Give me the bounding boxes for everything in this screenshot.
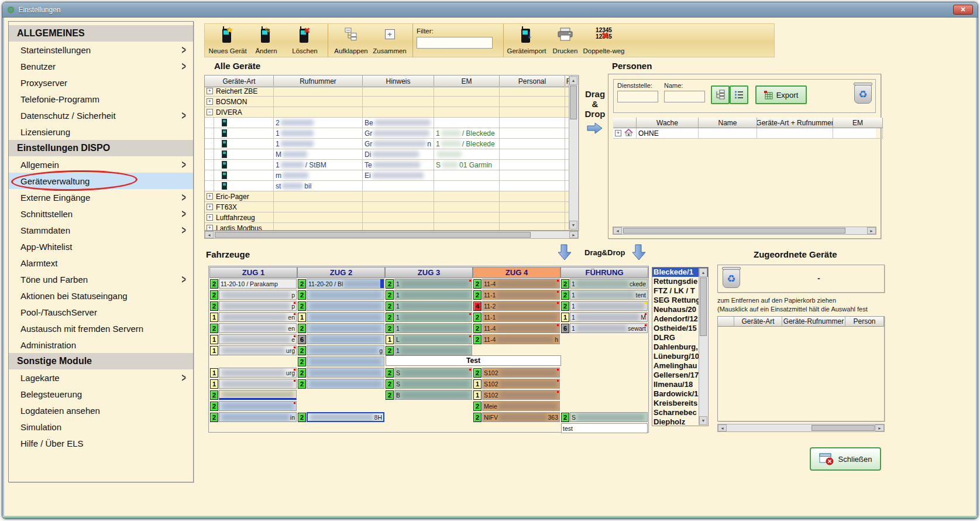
fahrzeug-cell[interactable]: 1	[209, 378, 297, 389]
fahrzeug-cell[interactable]: 1S102	[473, 378, 561, 389]
tree-toggle-icon[interactable]: −	[207, 109, 213, 115]
fahrzeug-cell[interactable]: 1urg	[209, 367, 297, 378]
sidebar-item-proxyserver[interactable]: Proxyserver	[9, 74, 193, 91]
fahrzeug-cell[interactable]: 1e	[209, 334, 297, 345]
tree-toggle-icon[interactable]: +	[207, 204, 213, 210]
devices-hscrollbar[interactable]: ◄►	[204, 231, 579, 239]
fahrzeug-cell[interactable]: test	[561, 423, 648, 434]
sidebar-item-austausch-mit-fremden-servern[interactable]: Austausch mit fremden Servern	[9, 320, 193, 337]
sidebar-item-datenschutz-sicherheit[interactable]: Datenschutz / Sicherheit>	[9, 107, 193, 124]
devices-column-header[interactable]: Hinweis	[363, 76, 434, 87]
fahrzeug-cell[interactable]: 28H	[297, 412, 385, 423]
fahrzeug-cell[interactable]: 1en	[209, 311, 297, 323]
close-window-button[interactable]: Schließen	[810, 447, 881, 471]
tree-toggle-icon[interactable]: +	[207, 98, 213, 105]
sidebar-item-administration[interactable]: Administration	[9, 337, 193, 353]
fahrzeug-cell[interactable]: 211-1	[473, 311, 561, 323]
personen-column-header[interactable]	[613, 118, 637, 128]
fahrzeug-cell[interactable]: 2B	[385, 389, 473, 400]
test-separator[interactable]: Test	[386, 355, 561, 366]
sidebar-item-ger-teverwaltung[interactable]: Geräteverwaltung	[9, 173, 193, 189]
sidebar-item-allgemein[interactable]: Allgemein>	[9, 156, 193, 173]
sidebar-item-lizensierung[interactable]: Lizensierung	[9, 124, 193, 140]
device-group-row[interactable]: +Reichert ZBE	[205, 86, 578, 97]
fahrzeug-cell[interactable]: 2g	[297, 345, 385, 356]
devices-column-header[interactable]: Geräte-Art	[205, 76, 274, 87]
tree-toggle-icon[interactable]: +	[207, 225, 213, 231]
geraeteimport-button[interactable]: ↓Geräteimport	[507, 26, 546, 56]
personen-column-header[interactable]: EM	[833, 118, 883, 128]
sidebar-item-telefonie-programm[interactable]: Telefonie-Programm	[9, 91, 193, 107]
sidebar-item-app-whitelist[interactable]: App-Whitelist	[9, 238, 193, 255]
sidebar-item-logdateien-ansehen[interactable]: Logdateien ansehen	[9, 402, 193, 419]
sidebar-item-simulation[interactable]: Simulation	[9, 419, 193, 435]
sidebar-item-externe-eing-nge[interactable]: Externe Eingänge>	[9, 189, 193, 205]
fahrzeug-cell[interactable]: 211-4h	[473, 334, 561, 345]
sidebar-item-t-ne-und-farben[interactable]: Töne und Farben>	[9, 271, 193, 287]
device-row[interactable]: MDi	[205, 149, 578, 160]
fahrzeug-cell[interactable]: 1L	[385, 334, 473, 345]
fahrzeug-cell[interactable]: 411-2	[473, 300, 561, 311]
fahrzeug-cell[interactable]: 211-20-10 / Parakamp	[209, 278, 297, 289]
fahrzeug-cell[interactable]: 1	[297, 311, 385, 323]
assigned-dropzone[interactable]: ♻ -	[717, 265, 885, 293]
assigned-column-header[interactable]: Geräte-Rufnummer	[782, 317, 845, 327]
fahrzeug-cell[interactable]: 21	[561, 300, 648, 311]
sidebar-item-benutzer[interactable]: Benutzer>	[9, 58, 193, 74]
tree-toggle-icon[interactable]: +	[207, 88, 213, 94]
fahrzeug-cell[interactable]: 2	[297, 356, 385, 367]
fahrzeug-cell[interactable]: 1urg	[209, 345, 297, 356]
fahrzeug-cell[interactable]: 2S102	[473, 367, 561, 378]
device-group-row[interactable]: −DIVERA	[205, 107, 578, 118]
fahrzeug-cell[interactable]: 21ckede	[561, 278, 648, 289]
close-icon[interactable]: ✕	[953, 5, 973, 15]
fahrzeug-cell[interactable]: 2	[209, 400, 297, 412]
assigned-recycle-bin-icon[interactable]: ♻	[723, 269, 740, 288]
loeschen-button[interactable]: ✖Löschen	[286, 26, 324, 56]
neues-geraet-button[interactable]: ★Neues Gerät	[208, 26, 247, 56]
fahrzeug-cell[interactable]: 2	[297, 300, 385, 311]
fahrzeug-cell[interactable]: 2p	[209, 300, 297, 311]
fahrzeug-cell[interactable]: 2	[297, 323, 385, 334]
sidebar-item-alarmtext[interactable]: Alarmtext	[9, 255, 193, 271]
fahrzeug-cell[interactable]: 21tent	[561, 289, 648, 300]
assigned-column-header[interactable]: Person	[845, 317, 884, 327]
aufklappen-button[interactable]: Aufklappen	[332, 26, 370, 56]
tree-view-button[interactable]	[711, 85, 730, 104]
aendern-button[interactable]: ✎Ändern	[247, 26, 286, 56]
personen-column-header[interactable]: Name	[699, 118, 757, 128]
device-group-row[interactable]: +FT63X	[205, 202, 578, 212]
sidebar-item-starteinstellungen[interactable]: Starteinstellungen>	[9, 42, 193, 58]
device-row[interactable]: mEi	[205, 170, 578, 181]
devices-column-header[interactable]: Personal	[500, 76, 565, 87]
assigned-column-header[interactable]	[718, 317, 734, 327]
sidebar-item-lagekarte[interactable]: Lagekarte>	[9, 369, 193, 386]
fahrzeug-cell[interactable]: 2S	[561, 412, 648, 423]
tree-toggle-icon[interactable]: +	[207, 214, 213, 221]
fahrzeug-cell[interactable]: 21	[385, 345, 473, 356]
tree-toggle-icon[interactable]: +	[207, 193, 213, 200]
device-row[interactable]: 1Grn1/ Bleckede	[205, 139, 578, 149]
sidebar-item-stammdaten[interactable]: Stammdaten>	[9, 222, 193, 238]
fahrzeug-cell[interactable]: 6	[297, 334, 385, 345]
fahrzeug-cell[interactable]: 2	[297, 378, 385, 389]
devices-column-header[interactable]: Rufnummer	[274, 76, 363, 87]
sidebar-item-pool-tauschserver[interactable]: Pool-/TauschServer	[9, 304, 193, 320]
fahrzeug-cell[interactable]: 2S	[385, 367, 473, 378]
recycle-bin-icon[interactable]: ♻	[854, 85, 872, 104]
personen-column-header[interactable]: Wache	[637, 118, 699, 128]
name-input[interactable]	[664, 91, 705, 102]
fahrzeug-cell[interactable]: 2	[297, 289, 385, 300]
fahrzeug-cell[interactable]: 2Meie	[473, 400, 561, 412]
device-group-row[interactable]: +BOSMON	[205, 97, 578, 107]
dienststelle-input[interactable]	[617, 91, 658, 102]
fahrzeuge-column-header[interactable]: ZUG 2	[297, 267, 385, 278]
fahrzeug-cell[interactable]: 11M	[561, 311, 648, 323]
fahrzeug-cell[interactable]: 211-20-20 / Bl	[297, 278, 385, 289]
fahrzeug-cell[interactable]: 2en	[209, 323, 297, 334]
fahrzeug-cell[interactable]: 2S	[385, 378, 473, 389]
fahrzeug-cell[interactable]: 21	[385, 289, 473, 300]
sidebar-item-hilfe-ber-els[interactable]: Hilfe / Über ELS	[9, 435, 193, 451]
filter-input[interactable]	[417, 37, 493, 49]
export-button[interactable]: Export	[755, 85, 807, 104]
